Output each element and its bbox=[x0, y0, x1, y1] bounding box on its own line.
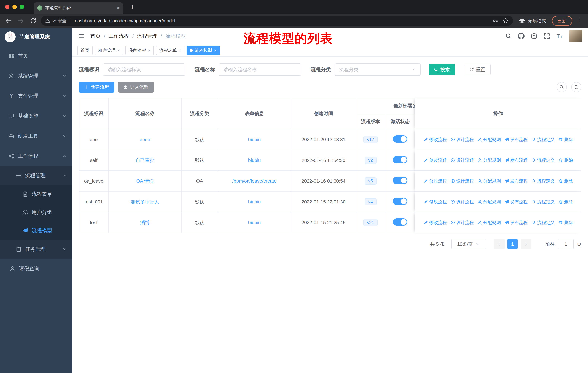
breadcrumb-workflow[interactable]: 工作流程 bbox=[109, 33, 134, 40]
close-icon[interactable]: × bbox=[214, 48, 217, 53]
action-definition[interactable]: 流程定义 bbox=[531, 157, 555, 163]
close-icon[interactable]: × bbox=[117, 48, 120, 53]
action-publish[interactable]: 发布流程 bbox=[504, 178, 528, 184]
form-link[interactable]: biubiu bbox=[248, 199, 261, 204]
collapse-menu-icon[interactable] bbox=[78, 33, 84, 39]
goto-page-input[interactable] bbox=[558, 239, 574, 249]
browser-menu-icon[interactable]: ⋮ bbox=[577, 18, 582, 24]
action-modify[interactable]: 修改流程 bbox=[423, 157, 447, 163]
active-toggle[interactable] bbox=[393, 135, 407, 143]
minimize-window-button[interactable] bbox=[12, 5, 17, 9]
sidebar-item-system[interactable]: 系统管理 bbox=[0, 66, 72, 86]
font-size-icon[interactable] bbox=[556, 33, 563, 39]
action-modify[interactable]: 修改流程 bbox=[423, 220, 447, 225]
search-button[interactable]: 搜索 bbox=[429, 64, 455, 75]
action-delete[interactable]: 删除 bbox=[558, 199, 573, 205]
process-id-input[interactable] bbox=[103, 63, 185, 76]
action-modify[interactable]: 修改流程 bbox=[423, 199, 447, 205]
process-name-link[interactable]: 测试多审批人 bbox=[131, 199, 159, 204]
sidebar-item-workflow[interactable]: 工作流程 bbox=[0, 146, 72, 166]
sidebar-item-leave-query[interactable]: 请假查询 bbox=[0, 259, 72, 279]
process-name-link[interactable]: OA 请假 bbox=[136, 178, 153, 184]
action-assign-rule[interactable]: 分配规则 bbox=[477, 137, 501, 142]
action-delete[interactable]: 删除 bbox=[558, 178, 573, 184]
create-process-button[interactable]: 新建流程 bbox=[79, 81, 115, 92]
url-bar[interactable]: 不安全 dashboard.yudao.iocoder.cn/bpm/manag… bbox=[41, 16, 513, 26]
process-name-link[interactable]: eeee bbox=[140, 137, 150, 142]
breadcrumb-home[interactable]: 首页 bbox=[90, 33, 105, 40]
sidebar-item-infrastructure[interactable]: 基础设施 bbox=[0, 106, 72, 126]
sidebar-item-process-mgmt[interactable]: 流程管理 bbox=[0, 166, 72, 185]
tag-process-model[interactable]: 流程模型 × bbox=[187, 46, 220, 55]
active-toggle[interactable] bbox=[393, 177, 407, 184]
action-assign-rule[interactable]: 分配规则 bbox=[477, 220, 501, 225]
close-icon[interactable]: × bbox=[148, 48, 151, 53]
action-assign-rule[interactable]: 分配规则 bbox=[477, 199, 501, 205]
action-design[interactable]: 设计流程 bbox=[450, 157, 474, 163]
browser-tab[interactable]: 芋道管理系统 × bbox=[33, 2, 123, 14]
active-toggle[interactable] bbox=[393, 156, 407, 163]
action-assign-rule[interactable]: 分配规则 bbox=[477, 178, 501, 184]
action-modify[interactable]: 修改流程 bbox=[423, 178, 447, 184]
maximize-window-button[interactable] bbox=[20, 5, 24, 9]
back-icon[interactable] bbox=[4, 16, 13, 26]
process-category-select[interactable]: 流程分类 bbox=[335, 63, 421, 76]
sidebar-item-process-form[interactable]: 流程表单 bbox=[0, 185, 72, 203]
action-delete[interactable]: 删除 bbox=[558, 220, 573, 225]
action-design[interactable]: 设计流程 bbox=[450, 220, 474, 225]
action-delete[interactable]: 删除 bbox=[558, 137, 573, 142]
toggle-search-icon[interactable] bbox=[557, 82, 567, 92]
action-design[interactable]: 设计流程 bbox=[450, 178, 474, 184]
action-delete[interactable]: 删除 bbox=[558, 157, 573, 163]
next-page-button[interactable] bbox=[521, 239, 532, 249]
password-key-icon[interactable] bbox=[493, 18, 498, 24]
action-assign-rule[interactable]: 分配规则 bbox=[477, 157, 501, 163]
bookmark-star-icon[interactable] bbox=[503, 18, 509, 24]
form-link[interactable]: /bpm/oa/leave/create bbox=[232, 178, 277, 184]
process-name-link[interactable]: 自己审批 bbox=[136, 158, 154, 163]
reset-button[interactable]: 重置 bbox=[464, 64, 491, 75]
import-process-button[interactable]: 导入流程 bbox=[118, 81, 154, 92]
tab-close-icon[interactable]: × bbox=[117, 5, 120, 10]
sidebar-item-devtools[interactable]: 研发工具 bbox=[0, 126, 72, 146]
tag-process-form[interactable]: 流程表单 × bbox=[156, 46, 184, 55]
new-tab-button[interactable]: + bbox=[128, 3, 137, 11]
breadcrumb-process-mgmt[interactable]: 流程管理 bbox=[137, 33, 162, 40]
prev-page-button[interactable] bbox=[494, 239, 504, 249]
action-publish[interactable]: 发布流程 bbox=[504, 220, 528, 225]
update-button[interactable]: 更新 bbox=[552, 16, 572, 26]
search-icon[interactable] bbox=[505, 33, 512, 39]
action-modify[interactable]: 修改流程 bbox=[423, 137, 447, 142]
action-publish[interactable]: 发布流程 bbox=[504, 199, 528, 205]
sidebar-item-user-group[interactable]: 用户分组 bbox=[0, 203, 72, 222]
reload-icon[interactable] bbox=[28, 16, 38, 26]
active-toggle[interactable] bbox=[393, 198, 407, 205]
page-size-select[interactable]: 10条/页 bbox=[451, 239, 486, 249]
close-icon[interactable]: × bbox=[179, 48, 181, 53]
refresh-icon[interactable] bbox=[571, 82, 581, 92]
action-design[interactable]: 设计流程 bbox=[450, 199, 474, 205]
user-avatar[interactable] bbox=[569, 30, 582, 42]
tag-my-process[interactable]: 我的流程 × bbox=[126, 46, 154, 55]
process-name-input[interactable] bbox=[219, 63, 301, 76]
sidebar-item-task-mgmt[interactable]: 任务管理 bbox=[0, 240, 72, 259]
security-label[interactable]: 不安全 bbox=[53, 18, 66, 24]
url-text[interactable]: dashboard.yudao.iocoder.cn/bpm/manager/m… bbox=[75, 18, 175, 23]
action-definition[interactable]: 流程定义 bbox=[531, 178, 555, 184]
fullscreen-icon[interactable] bbox=[544, 33, 550, 39]
sidebar-item-payment[interactable]: 支付管理 bbox=[0, 86, 72, 106]
close-window-button[interactable] bbox=[5, 5, 10, 9]
tag-home[interactable]: 首页 bbox=[77, 46, 93, 55]
action-publish[interactable]: 发布流程 bbox=[504, 157, 528, 163]
active-toggle[interactable] bbox=[393, 218, 407, 226]
action-definition[interactable]: 流程定义 bbox=[531, 199, 555, 205]
form-link[interactable]: biubiu bbox=[248, 158, 261, 163]
current-page[interactable]: 1 bbox=[507, 239, 518, 249]
app-logo[interactable]: 芋道管理系统 bbox=[0, 28, 72, 46]
action-publish[interactable]: 发布流程 bbox=[504, 137, 528, 142]
sidebar-item-home[interactable]: 首页 bbox=[0, 46, 72, 66]
github-icon[interactable] bbox=[518, 33, 525, 39]
help-icon[interactable] bbox=[531, 33, 537, 39]
action-design[interactable]: 设计流程 bbox=[450, 137, 474, 142]
tag-tenant-mgmt[interactable]: 租户管理 × bbox=[95, 46, 123, 55]
